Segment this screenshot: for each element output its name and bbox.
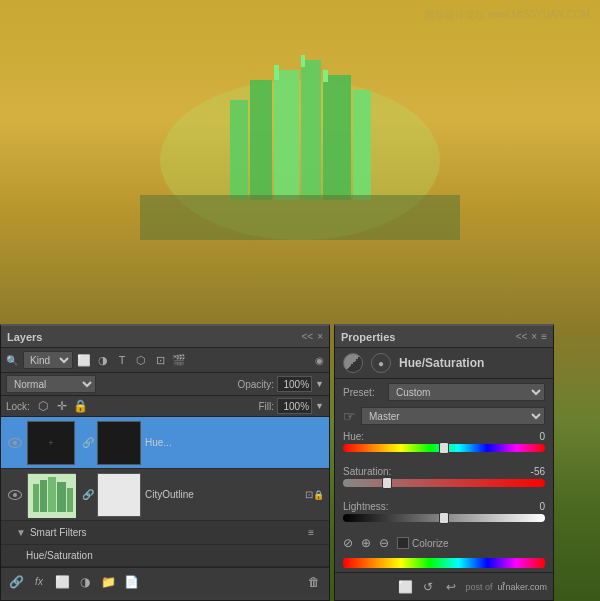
link-chain-city: 🔗 xyxy=(82,489,94,500)
shape-layer-icon[interactable]: ⬡ xyxy=(133,352,149,368)
lock-all-icon[interactable]: 🔒 xyxy=(73,398,89,414)
hue-value[interactable]: 0 xyxy=(515,431,545,442)
colorize-label: Colorize xyxy=(412,538,449,549)
add-layer-btn[interactable]: 📄 xyxy=(122,573,140,591)
opacity-input[interactable] xyxy=(277,376,312,392)
huesat-header: ● Hue/Saturation xyxy=(335,348,553,379)
layers-panel: Layers << × 🔍 Kind ⬜ ◑ T ⬡ ⊡ 🎬 ◉ xyxy=(0,324,330,601)
light-value[interactable]: 0 xyxy=(515,501,545,512)
fx-btn[interactable]: fx xyxy=(30,573,48,591)
opacity-label: Opacity: xyxy=(237,379,274,390)
pixel-layer-icon[interactable]: ⬜ xyxy=(76,352,92,368)
username-label: ui̊naker.com xyxy=(497,582,547,592)
layers-list: + 🔗 Hue... xyxy=(1,417,329,567)
sat-slider-track[interactable] xyxy=(343,479,545,487)
city-illustration xyxy=(140,40,460,240)
fill-arrow[interactable]: ▼ xyxy=(315,401,324,411)
svg-rect-6 xyxy=(353,90,371,200)
sat-label-row: Saturation: -56 xyxy=(343,466,545,477)
properties-menu-btn[interactable]: ≡ xyxy=(541,331,547,342)
smart-filter-huesat[interactable]: Hue/Saturation xyxy=(1,545,329,567)
prop-icon-2[interactable]: ↺ xyxy=(419,578,437,596)
layer-visibility-huesat[interactable] xyxy=(6,434,24,452)
layer-name-city: CityOutline xyxy=(145,489,303,500)
smart-filter-header[interactable]: ▼ Smart Filters ≡ xyxy=(1,521,329,545)
layer-item-huesat[interactable]: + 🔗 Hue... xyxy=(1,417,329,469)
fill-input[interactable] xyxy=(277,398,312,414)
light-slider-track[interactable] xyxy=(343,514,545,522)
hue-slider-thumb[interactable] xyxy=(439,442,449,454)
preset-select[interactable]: Custom xyxy=(388,383,545,401)
fill-label: Fill: xyxy=(259,401,275,412)
eyedropper-icon[interactable]: ⊘ xyxy=(343,536,353,550)
smart-object-icon: ⊡ xyxy=(305,489,313,500)
lock-pixels-icon[interactable]: ⬡ xyxy=(35,398,51,414)
preset-row: Preset: Custom xyxy=(335,379,553,405)
layer-name-huesat: Hue... xyxy=(145,437,324,448)
channel-select[interactable]: Master xyxy=(361,407,545,425)
layer-thumbs-huesat: + 🔗 xyxy=(27,421,145,465)
link-chain-huesat: 🔗 xyxy=(82,437,94,448)
opacity-arrow[interactable]: ▼ xyxy=(315,379,324,389)
light-label-row: Lightness: 0 xyxy=(343,501,545,512)
smart-layer-icon[interactable]: ⊡ xyxy=(152,352,168,368)
filter-toggle[interactable]: ◉ xyxy=(315,355,324,366)
adjustment-layer-icon[interactable]: ◑ xyxy=(95,352,111,368)
lightness-section: Lightness: 0 xyxy=(335,497,553,532)
light-slider-thumb[interactable] xyxy=(439,512,449,524)
layers-panel-controls: << × xyxy=(301,331,323,342)
preset-label: Preset: xyxy=(343,387,383,398)
finger-drag-icon[interactable]: ☞ xyxy=(343,408,356,424)
kind-select[interactable]: Kind xyxy=(23,351,73,369)
link-layers-btn[interactable]: 🔗 xyxy=(7,573,25,591)
colorize-checkbox[interactable]: Colorize xyxy=(397,537,449,549)
properties-panel: Properties << × ≡ ● Hue/Saturation Prese… xyxy=(334,324,554,601)
panels-container: Layers << × 🔍 Kind ⬜ ◑ T ⬡ ⊡ 🎬 ◉ xyxy=(0,324,600,601)
hue-label: Hue: xyxy=(343,431,364,442)
blend-opacity-row: Normal Opacity: ▼ xyxy=(1,373,329,396)
properties-bottom-toolbar: ⬜ ↺ ↩ post of ui̊naker.com xyxy=(335,572,553,600)
light-label: Lightness: xyxy=(343,501,389,512)
prop-icon-3[interactable]: ↩ xyxy=(442,578,460,596)
colorize-row: ⊘ ⊕ ⊖ Colorize xyxy=(335,532,553,554)
post-label: post of xyxy=(465,582,492,592)
layer-thumb-mask-huesat xyxy=(97,421,141,465)
sat-slider-thumb[interactable] xyxy=(382,477,392,489)
hue-label-row: Hue: 0 xyxy=(343,431,545,442)
layers-search-toolbar: 🔍 Kind ⬜ ◑ T ⬡ ⊡ 🎬 ◉ xyxy=(1,348,329,373)
svg-rect-5 xyxy=(323,75,351,200)
properties-close-btn[interactable]: × xyxy=(531,331,537,342)
eyedropper-sub-icon[interactable]: ⊖ xyxy=(379,536,389,550)
prop-icon-1[interactable]: ⬜ xyxy=(396,578,414,596)
lock-row: Lock: ⬡ ✛ 🔒 Fill: ▼ xyxy=(1,396,329,417)
add-mask-btn[interactable]: ⬜ xyxy=(53,573,71,591)
watermark: 思综设计论坛 www.MISSYUAN.COM xyxy=(425,8,590,22)
layer-item-city[interactable]: 🔗 CityOutline ⊡ 🔒 xyxy=(1,469,329,521)
layer-badge-city: 🔒 xyxy=(313,490,324,500)
properties-controls: << × ≡ xyxy=(516,331,547,342)
huesat-panel-title: Hue/Saturation xyxy=(399,356,484,370)
layers-collapse-btn[interactable]: << xyxy=(301,331,313,342)
opacity-control: Opacity: ▼ xyxy=(101,376,324,392)
layers-panel-title: Layers xyxy=(7,331,42,343)
type-layer-icon[interactable]: T xyxy=(114,352,130,368)
sat-value[interactable]: -56 xyxy=(515,466,545,477)
eyedropper-add-icon[interactable]: ⊕ xyxy=(361,536,371,550)
hue-slider-track[interactable] xyxy=(343,444,545,452)
smart-filters-icon: ≡ xyxy=(308,527,314,538)
colorize-check-box[interactable] xyxy=(397,537,409,549)
smart-filter-huesat-label: Hue/Saturation xyxy=(26,550,304,561)
add-group-btn[interactable]: 📁 xyxy=(99,573,117,591)
layers-close-btn[interactable]: × xyxy=(317,331,323,342)
huesat-visibility-toggle[interactable]: ● xyxy=(371,353,391,373)
blend-mode-select[interactable]: Normal xyxy=(6,375,96,393)
add-adjustment-btn[interactable]: ◑ xyxy=(76,573,94,591)
delete-layer-btn[interactable]: 🗑 xyxy=(305,573,323,591)
svg-rect-4 xyxy=(301,60,321,200)
lock-move-icon[interactable]: ✛ xyxy=(54,398,70,414)
kind-label: 🔍 xyxy=(6,355,18,366)
layer-visibility-city[interactable] xyxy=(6,486,24,504)
video-layer-icon[interactable]: 🎬 xyxy=(171,352,187,368)
properties-collapse-btn[interactable]: << xyxy=(516,331,528,342)
svg-rect-9 xyxy=(323,70,328,82)
